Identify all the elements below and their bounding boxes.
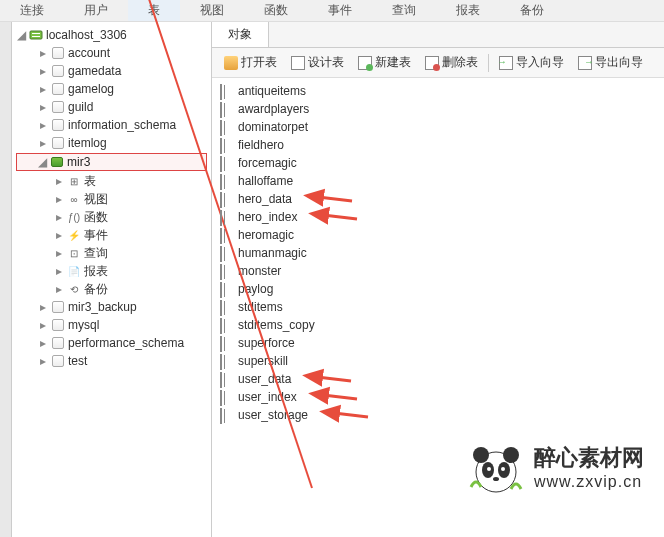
table-row[interactable]: fieldhero — [220, 136, 656, 154]
table-icon — [220, 103, 234, 115]
table-row[interactable]: hero_data — [220, 190, 656, 208]
export-button[interactable]: 导出向导 — [572, 52, 649, 73]
tree-db[interactable]: ▸gamedata — [12, 62, 211, 80]
svg-line-8 — [334, 413, 368, 417]
expand-icon[interactable]: ▸ — [38, 300, 48, 314]
tree-category[interactable]: ▸⚡事件 — [12, 226, 211, 244]
table-row[interactable]: stditems — [220, 298, 656, 316]
menu-query[interactable]: 查询 — [372, 0, 436, 21]
table-row[interactable]: humanmagic — [220, 244, 656, 262]
design-table-button[interactable]: 设计表 — [285, 52, 350, 73]
tree-db[interactable]: ▸mir3_backup — [12, 298, 211, 316]
db-label: guild — [68, 100, 93, 114]
tree-db[interactable]: ▸guild — [12, 98, 211, 116]
expand-icon[interactable]: ▸ — [38, 136, 48, 150]
table-row[interactable]: halloffame — [220, 172, 656, 190]
svg-point-16 — [493, 477, 499, 481]
table-row[interactable]: stditems_copy — [220, 316, 656, 334]
tree-db[interactable]: ▸gamelog — [12, 80, 211, 98]
expand-icon[interactable]: ▸ — [54, 228, 64, 242]
tree-db[interactable]: ▸information_schema — [12, 116, 211, 134]
expand-icon[interactable]: ▸ — [54, 210, 64, 224]
table-list[interactable]: antiqueitemsawardplayersdominatorpetfiel… — [212, 78, 664, 428]
table-name: dominatorpet — [238, 120, 308, 134]
db-label: itemlog — [68, 136, 107, 150]
table-row[interactable]: dominatorpet — [220, 118, 656, 136]
design-icon — [291, 56, 305, 70]
table-icon — [220, 283, 234, 295]
table-row[interactable]: user_index — [220, 388, 656, 406]
menu-table[interactable]: 表 — [128, 0, 180, 21]
expand-icon[interactable]: ▸ — [38, 64, 48, 78]
tree-db[interactable]: ▸account — [12, 44, 211, 62]
menu-user[interactable]: 用户 — [64, 0, 128, 21]
tree-category[interactable]: ▸⊡查询 — [12, 244, 211, 262]
expand-icon[interactable]: ▸ — [54, 246, 64, 260]
table-name: halloffame — [238, 174, 293, 188]
menu-event[interactable]: 事件 — [308, 0, 372, 21]
new-table-button[interactable]: 新建表 — [352, 52, 417, 73]
expand-icon[interactable]: ▸ — [54, 264, 64, 278]
tree-db[interactable]: ▸itemlog — [12, 134, 211, 152]
table-row[interactable]: hero_index — [220, 208, 656, 226]
expand-icon[interactable]: ▸ — [38, 82, 48, 96]
collapse-icon[interactable]: ◢ — [16, 28, 26, 42]
open-table-button[interactable]: 打开表 — [218, 52, 283, 73]
expand-icon[interactable]: ◢ — [37, 155, 47, 169]
tree-db[interactable]: ▸performance_schema — [12, 334, 211, 352]
menu-view[interactable]: 视图 — [180, 0, 244, 21]
table-row[interactable]: antiqueitems — [220, 82, 656, 100]
menu-conn[interactable]: 连接 — [0, 0, 64, 21]
expand-icon[interactable]: ▸ — [54, 174, 64, 188]
expand-icon[interactable]: ▸ — [54, 192, 64, 206]
expand-icon[interactable]: ▸ — [38, 318, 48, 332]
expand-icon[interactable]: ▸ — [38, 46, 48, 60]
table-icon — [220, 211, 234, 223]
table-row[interactable]: paylog — [220, 280, 656, 298]
table-row[interactable]: monster — [220, 262, 656, 280]
expand-icon[interactable]: ▸ — [54, 282, 64, 296]
tree-db[interactable]: ▸test — [12, 352, 211, 370]
table-name: fieldhero — [238, 138, 284, 152]
import-button[interactable]: 导入向导 — [493, 52, 570, 73]
table-row[interactable]: superskill — [220, 352, 656, 370]
tab-bar: 对象 — [212, 22, 664, 48]
table-icon — [220, 337, 234, 349]
table-row[interactable]: superforce — [220, 334, 656, 352]
export-icon — [578, 56, 592, 70]
tree-db-mir3[interactable]: ◢ mir3 — [16, 153, 207, 171]
tree-category[interactable]: ▸⟲备份 — [12, 280, 211, 298]
table-row[interactable]: user_data — [220, 370, 656, 388]
table-icon — [220, 139, 234, 151]
database-icon — [51, 354, 65, 368]
tree-db[interactable]: ▸mysql — [12, 316, 211, 334]
expand-icon[interactable]: ▸ — [38, 336, 48, 350]
db-label: gamelog — [68, 82, 114, 96]
table-row[interactable]: user_storage — [220, 406, 656, 424]
svg-line-6 — [317, 377, 351, 381]
tree-connection[interactable]: ◢ localhost_3306 — [12, 26, 211, 44]
tree-category[interactable]: ▸∞视图 — [12, 190, 211, 208]
menu-backup[interactable]: 备份 — [500, 0, 564, 21]
tree-category[interactable]: ▸📄报表 — [12, 262, 211, 280]
menu-report[interactable]: 报表 — [436, 0, 500, 21]
table-row[interactable]: awardplayers — [220, 100, 656, 118]
category-icon: ⟲ — [67, 282, 81, 296]
tree-category[interactable]: ▸⊞表 — [12, 172, 211, 190]
db-tree[interactable]: ◢ localhost_3306 ▸account▸gamedata▸gamel… — [12, 22, 212, 537]
expand-icon[interactable]: ▸ — [38, 354, 48, 368]
table-row[interactable]: forcemagic — [220, 154, 656, 172]
menu-func[interactable]: 函数 — [244, 0, 308, 21]
tab-objects[interactable]: 对象 — [212, 22, 269, 47]
table-row[interactable]: heromagic — [220, 226, 656, 244]
expand-icon[interactable]: ▸ — [38, 100, 48, 114]
category-icon: ƒ() — [67, 210, 81, 224]
delete-table-button[interactable]: 删除表 — [419, 52, 484, 73]
table-name: user_index — [238, 390, 297, 404]
tree-category[interactable]: ▸ƒ()函数 — [12, 208, 211, 226]
db-label: mir3 — [67, 155, 90, 169]
expand-icon[interactable]: ▸ — [38, 118, 48, 132]
table-icon — [220, 355, 234, 367]
table-icon — [220, 391, 234, 403]
category-label: 事件 — [84, 227, 108, 244]
